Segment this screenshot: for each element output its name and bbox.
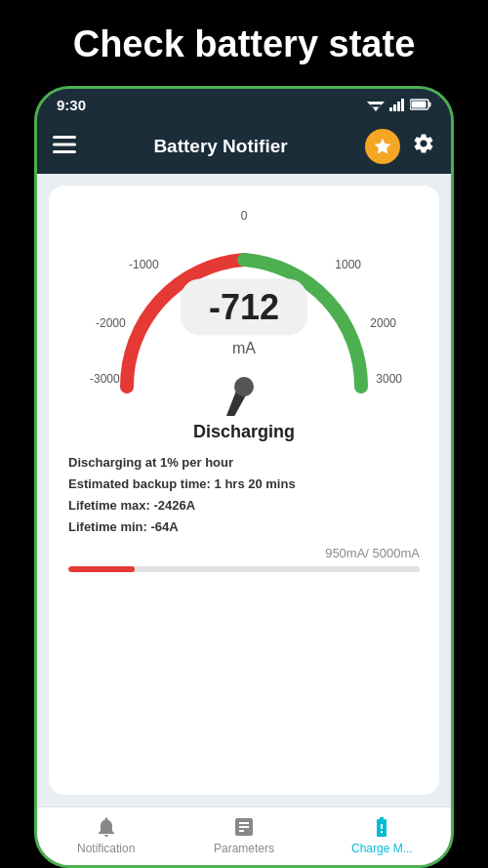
gauge-unit: mA [181,339,307,356]
progress-label: 950mA/ 5000mA [325,546,420,560]
svg-rect-11 [53,143,76,145]
settings-button[interactable] [412,132,435,161]
favorite-button[interactable] [365,129,400,164]
signal-icon [389,98,405,111]
nav-item-notification[interactable]: Notification [37,815,175,855]
battery-card: 0 -1000 -2000 -3000 1000 2000 3000 -712 … [49,186,439,795]
battery-status: Discharging [68,422,420,442]
info-line-2: Estimated backup time: 1 hrs 20 mins [68,474,420,495]
phone-frame: 9:30 [34,86,454,868]
info-line-4: Lifetime min: -64A [68,517,420,538]
svg-rect-4 [393,104,396,111]
info-line-1: Discharging at 1% per hour [68,452,420,474]
svg-rect-5 [397,102,400,111]
svg-rect-9 [412,102,427,108]
battery-icon [410,99,431,110]
page-title: Check battery state [39,23,449,66]
app-bar-title: Battery Notifier [90,136,351,157]
info-lines: Discharging at 1% per hour Estimated bac… [68,452,420,538]
status-time: 9:30 [57,97,86,113]
parameters-icon [232,815,256,839]
notification-icon [95,815,118,839]
nav-label-parameters: Parameters [214,842,274,855]
gauge-container: 0 -1000 -2000 -3000 1000 2000 3000 -712 … [68,201,420,416]
nav-label-notification: Notification [77,842,135,855]
svg-rect-12 [53,150,76,153]
svg-rect-6 [401,99,404,111]
gauge-center-display: -712 mA [181,278,307,356]
progress-bar-background [68,566,420,572]
main-content: 0 -1000 -2000 -3000 1000 2000 3000 -712 … [37,174,451,865]
star-icon [373,137,392,156]
gauge-value: -712 [181,278,307,335]
svg-rect-3 [389,107,392,111]
hamburger-menu-button[interactable] [53,134,76,159]
top-title-section: Check battery state [0,0,488,86]
app-bar-actions [365,129,435,164]
svg-rect-8 [429,103,431,107]
info-line-3: Lifetime max: -2426A [68,495,420,517]
svg-rect-10 [53,136,76,139]
svg-marker-2 [373,107,379,112]
progress-row: 950mA/ 5000mA [68,546,420,560]
wifi-icon [367,98,385,111]
app-bar: Battery Notifier [37,119,451,174]
svg-point-14 [234,377,254,396]
status-icons [367,98,431,111]
progress-bar-fill [68,566,135,572]
nav-item-chargeM[interactable]: Charge M... [313,815,451,855]
status-bar: 9:30 [37,89,451,119]
nav-label-chargeM: Charge M... [351,842,413,855]
chargeM-icon [370,815,393,839]
bottom-nav: Notification Parameters Charge M... [37,806,451,865]
nav-item-parameters[interactable]: Parameters [175,815,312,855]
